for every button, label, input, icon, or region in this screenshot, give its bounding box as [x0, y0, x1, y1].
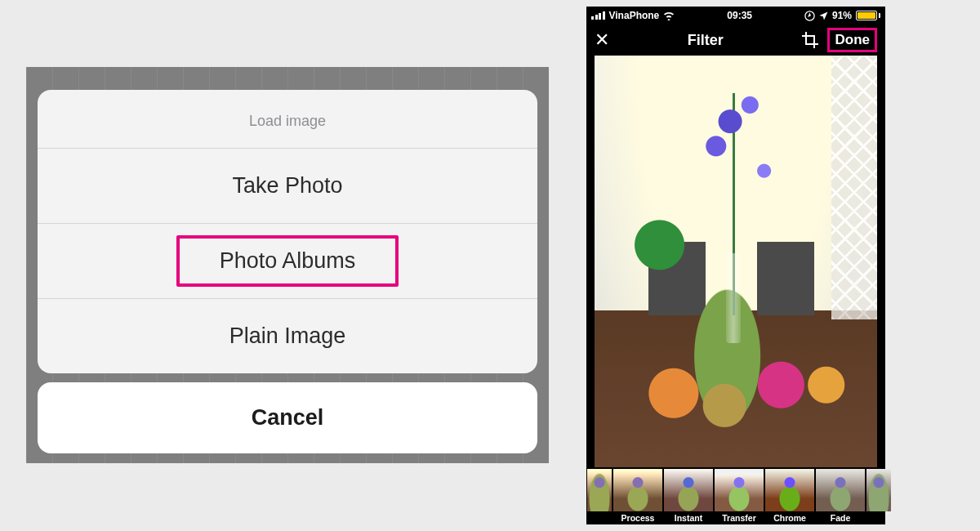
clock-label: 09:35 [727, 10, 752, 21]
page-title: Filter [688, 32, 724, 49]
action-sheet: Load image Take Photo Photo Albums Plain… [38, 90, 537, 373]
filter-thumb-edge-left[interactable] [586, 467, 612, 524]
action-sheet-option-photo-albums[interactable]: Photo Albums [38, 223, 537, 298]
done-button-label: Done [835, 32, 870, 47]
phone-screenshot: VinaPhone 09:35 91% ✕ Filt [586, 7, 885, 524]
status-bar: VinaPhone 09:35 91% [586, 7, 885, 25]
photo-preview[interactable] [595, 56, 877, 467]
filter-thumb [664, 469, 713, 511]
filter-label: Process [612, 511, 663, 524]
filter-label: Transfer [714, 511, 764, 524]
wifi-icon [663, 11, 675, 20]
action-sheet-screenshot: Load image Take Photo Photo Albums Plain… [26, 67, 549, 463]
filter-thumb [765, 469, 814, 511]
battery-percent-label: 91% [832, 10, 852, 21]
photo-content [595, 56, 877, 467]
filter-thumb [715, 469, 764, 511]
action-sheet-option-take-photo[interactable]: Take Photo [38, 148, 537, 223]
cancel-button[interactable]: Cancel [38, 382, 537, 453]
action-sheet-option-label: Plain Image [229, 324, 346, 348]
filter-label [866, 511, 892, 524]
cancel-button-label: Cancel [252, 405, 324, 430]
location-icon [819, 11, 828, 20]
filter-chrome[interactable]: Chrome [764, 467, 815, 524]
highlight-box [176, 235, 399, 287]
filter-thumb [613, 469, 662, 511]
filter-label: Chrome [764, 511, 815, 524]
done-button[interactable]: Done [827, 28, 877, 52]
crop-icon[interactable] [801, 31, 819, 49]
filter-thumb-edge-right[interactable] [866, 467, 892, 524]
battery-icon [856, 11, 880, 20]
filter-label: Fade [815, 511, 866, 524]
filter-transfer[interactable]: Transfer [714, 467, 764, 524]
compass-icon [804, 11, 815, 21]
close-button[interactable]: ✕ [595, 31, 609, 49]
action-sheet-option-label: Take Photo [232, 173, 342, 198]
action-sheet-title: Load image [38, 90, 537, 148]
filter-thumb [587, 469, 612, 511]
action-sheet-option-plain-image[interactable]: Plain Image [38, 298, 537, 373]
filter-fade[interactable]: Fade [815, 467, 866, 524]
signal-bars-icon [591, 11, 605, 20]
filter-label [586, 511, 612, 524]
filter-label: Instant [663, 511, 714, 524]
nav-bar: ✕ Filter Done [586, 25, 885, 56]
filter-process[interactable]: Process [612, 467, 663, 524]
filter-instant[interactable]: Instant [663, 467, 714, 524]
filter-thumb [866, 469, 891, 511]
filter-thumb [816, 469, 865, 511]
carrier-label: VinaPhone [609, 10, 660, 21]
filter-strip[interactable]: Process Instant Transfer Chrome Fade [586, 467, 885, 524]
